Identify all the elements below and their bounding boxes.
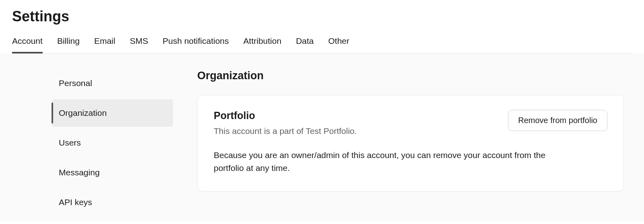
portfolio-card-header-text: Portfolio This account is a part of Test…: [214, 110, 500, 138]
tab-other[interactable]: Other: [328, 36, 349, 53]
content-area: Personal Organization Users Messaging AP…: [0, 53, 644, 221]
sidebar-item-personal[interactable]: Personal: [52, 70, 173, 97]
sidebar-item-users[interactable]: Users: [52, 129, 173, 156]
portfolio-body-text: Because you are an owner/admin of this a…: [214, 149, 576, 175]
tab-account[interactable]: Account: [12, 36, 43, 53]
portfolio-card: Portfolio This account is a part of Test…: [197, 95, 624, 191]
sidebar-item-organization[interactable]: Organization: [52, 99, 173, 127]
sidebar-item-messaging[interactable]: Messaging: [52, 159, 173, 186]
tab-sms[interactable]: SMS: [130, 36, 148, 53]
sidebar-item-api-keys[interactable]: API keys: [52, 189, 173, 216]
tab-data[interactable]: Data: [296, 36, 314, 53]
settings-header: Settings Account Billing Email SMS Push …: [0, 0, 644, 53]
portfolio-heading: Portfolio: [214, 110, 500, 121]
portfolio-subtext: This account is a part of Test Portfolio…: [214, 125, 500, 138]
portfolio-card-header: Portfolio This account is a part of Test…: [214, 110, 607, 138]
top-tabs: Account Billing Email SMS Push notificat…: [12, 36, 632, 53]
tab-push-notifications[interactable]: Push notifications: [163, 36, 229, 53]
remove-from-portfolio-button[interactable]: Remove from portfolio: [508, 110, 607, 131]
sidebar: Personal Organization Users Messaging AP…: [0, 70, 177, 221]
tab-email[interactable]: Email: [94, 36, 116, 53]
main-content: Organization Portfolio This account is a…: [177, 70, 644, 221]
tab-attribution[interactable]: Attribution: [244, 36, 282, 53]
tab-billing[interactable]: Billing: [57, 36, 80, 53]
page-title: Settings: [12, 8, 632, 25]
section-title: Organization: [197, 70, 624, 82]
